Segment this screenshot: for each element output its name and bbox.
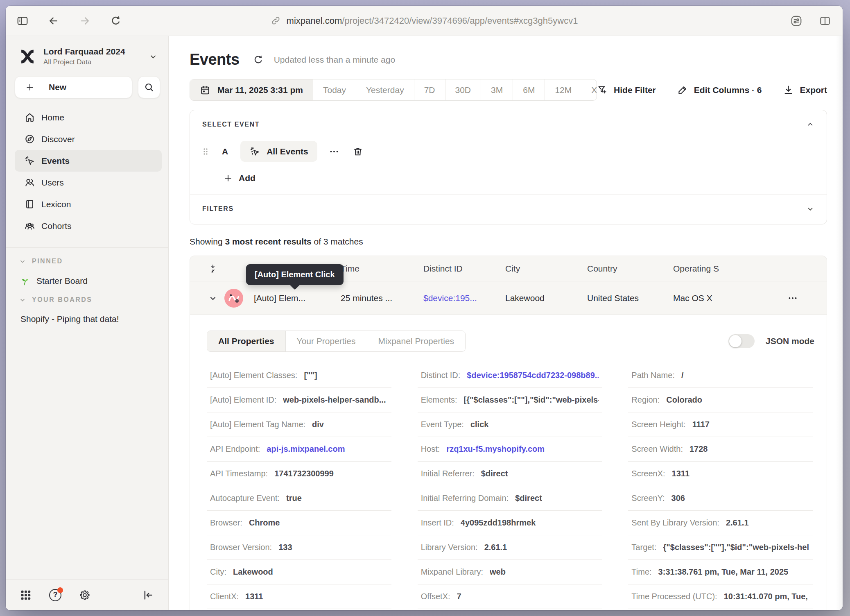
- select-event-panel: SELECT EVENT A All Events: [190, 110, 827, 224]
- range-button[interactable]: 12M: [545, 79, 581, 100]
- property-row: Browser: Chrome: [207, 511, 391, 535]
- property-row: ScreenX: 1311: [628, 462, 813, 486]
- property-label: Time:: [631, 567, 651, 577]
- sidebar-item-discover[interactable]: Discover: [15, 128, 162, 150]
- column-header-country[interactable]: Country: [587, 264, 673, 274]
- json-mode-toggle[interactable]: [728, 334, 755, 348]
- filter-plus-icon: [597, 84, 608, 95]
- collapse-sidebar-icon[interactable]: [142, 589, 154, 601]
- split-view-icon[interactable]: [819, 15, 831, 27]
- extensions-icon[interactable]: [790, 15, 803, 27]
- range-button[interactable]: Yesterday: [356, 79, 414, 100]
- property-label: Initial Referrer:: [421, 469, 475, 478]
- column-header-distinct-id[interactable]: Distinct ID: [423, 264, 505, 274]
- address-bar[interactable]: mixpanel.com/project/3472420/view/397469…: [271, 16, 578, 26]
- compass-icon: [24, 134, 35, 145]
- forward-icon[interactable]: [79, 15, 91, 27]
- property-label: Browser:: [210, 518, 242, 528]
- date-picker[interactable]: Mar 11, 2025 3:31 pm: [190, 79, 313, 100]
- filters-panel-header[interactable]: FILTERS: [202, 195, 814, 224]
- select-event-title: SELECT EVENT: [202, 121, 260, 128]
- property-row: Browser Version: 133: [207, 535, 391, 560]
- hide-filter-button[interactable]: Hide Filter: [597, 84, 656, 95]
- cell-distinct-id[interactable]: $device:195...: [423, 293, 505, 303]
- property-label: Time Processed (UTC):: [631, 592, 717, 601]
- drag-handle-icon[interactable]: [202, 147, 209, 156]
- cell-country: United States: [587, 293, 673, 303]
- collapse-all-rows-icon[interactable]: [208, 264, 218, 274]
- range-button[interactable]: 30D: [445, 79, 482, 100]
- chevron-down-icon: [149, 52, 158, 61]
- column-header-time[interactable]: Time: [341, 264, 423, 274]
- plus-icon: [25, 82, 35, 92]
- property-value: 1311: [672, 469, 689, 478]
- property-row: Sent By Library Version: 2.61.1: [628, 511, 813, 535]
- project-switcher[interactable]: Lord Farquaad 2024 All Project Data: [6, 36, 168, 66]
- sidebar-nav: Home Discover Events: [15, 106, 162, 237]
- property-label: Elements:: [421, 395, 457, 405]
- property-row: Initial Referrer: $direct: [418, 462, 602, 486]
- property-label: Insert ID:: [421, 518, 454, 528]
- apps-grid-icon[interactable]: [20, 589, 32, 601]
- sidebar-item-starter-board[interactable]: Starter Board: [6, 276, 168, 286]
- property-label: Mixpanel Library:: [421, 567, 483, 577]
- browser-sidebar-toggle-icon[interactable]: [16, 15, 29, 27]
- tab-mixpanel-properties[interactable]: Mixpanel Properties: [367, 331, 466, 351]
- filters-title: FILTERS: [202, 205, 234, 213]
- new-button[interactable]: New: [15, 76, 132, 98]
- edit-columns-button[interactable]: Edit Columns · 6: [677, 84, 762, 95]
- sidebar-item-cohorts[interactable]: Cohorts: [15, 215, 162, 237]
- pinned-section-header[interactable]: PINNED: [6, 258, 168, 265]
- sidebar-item-label: Lexicon: [41, 199, 71, 209]
- property-row: Path Name: /: [628, 363, 813, 388]
- property-label: Host:: [421, 444, 440, 454]
- tab-all-properties[interactable]: All Properties: [207, 331, 286, 351]
- event-table-row[interactable]: [Auto] Elem... 25 minutes ... $device:19…: [190, 281, 827, 315]
- sidebar-item-events[interactable]: Events: [15, 150, 162, 172]
- property-label: OffsetX:: [421, 592, 450, 601]
- column-header-operating-system[interactable]: Operating S: [673, 264, 787, 274]
- refresh-icon[interactable]: [253, 54, 264, 66]
- more-options-icon[interactable]: [329, 146, 339, 157]
- range-button[interactable]: 7D: [414, 79, 445, 100]
- property-row: Target: {"$classes":[""],"$id":"web-pixe…: [628, 535, 813, 560]
- property-label: Browser Version:: [210, 543, 272, 552]
- property-row: OffsetX: 7: [418, 584, 602, 609]
- help-button[interactable]: ?: [49, 589, 61, 601]
- property-label: Library Version:: [421, 543, 478, 552]
- range-button[interactable]: 6M: [513, 79, 545, 100]
- cursor-click-icon: [249, 146, 260, 157]
- chevron-up-icon[interactable]: [806, 120, 814, 129]
- range-button[interactable]: Today: [313, 79, 356, 100]
- sidebar-item-home[interactable]: Home: [15, 106, 162, 128]
- reload-icon[interactable]: [110, 15, 122, 27]
- sidebar-item-users[interactable]: Users: [15, 172, 162, 193]
- sidebar-item-lexicon[interactable]: Lexicon: [15, 193, 162, 215]
- property-label: City:: [210, 567, 226, 577]
- property-row: API Endpoint: api-js.mixpanel.com: [207, 437, 391, 462]
- export-button[interactable]: Export: [783, 84, 827, 95]
- range-button[interactable]: 3M: [481, 79, 513, 100]
- tab-your-properties[interactable]: Your Properties: [286, 331, 367, 351]
- property-row: Library Version: 2.61.1: [418, 535, 602, 560]
- property-label: ScreenY:: [631, 494, 665, 503]
- row-expander-chevron-icon[interactable]: [208, 294, 217, 303]
- chevron-down-icon: [19, 296, 26, 303]
- back-icon[interactable]: [47, 15, 60, 27]
- add-event-button[interactable]: Add: [223, 173, 814, 183]
- sidebar-item-shopify-board[interactable]: Shopify - Piping that data!: [6, 314, 168, 324]
- gear-icon[interactable]: [79, 589, 91, 601]
- trash-icon[interactable]: [353, 146, 363, 157]
- range-button-xtd[interactable]: XTD: [581, 79, 597, 100]
- property-label: [Auto] Element Classes:: [210, 371, 297, 380]
- your-boards-section-label: YOUR BOARDS: [32, 296, 93, 303]
- property-value: 133: [278, 543, 292, 552]
- column-header-city[interactable]: City: [505, 264, 587, 274]
- row-more-options-icon[interactable]: [787, 293, 798, 303]
- sidebar-footer: ?: [6, 579, 168, 610]
- event-selector-chip[interactable]: All Events: [240, 141, 317, 162]
- plus-icon: [223, 173, 233, 183]
- sidebar-item-label: Cohorts: [41, 221, 72, 231]
- search-button[interactable]: [138, 76, 160, 98]
- your-boards-section-header[interactable]: YOUR BOARDS: [6, 296, 168, 303]
